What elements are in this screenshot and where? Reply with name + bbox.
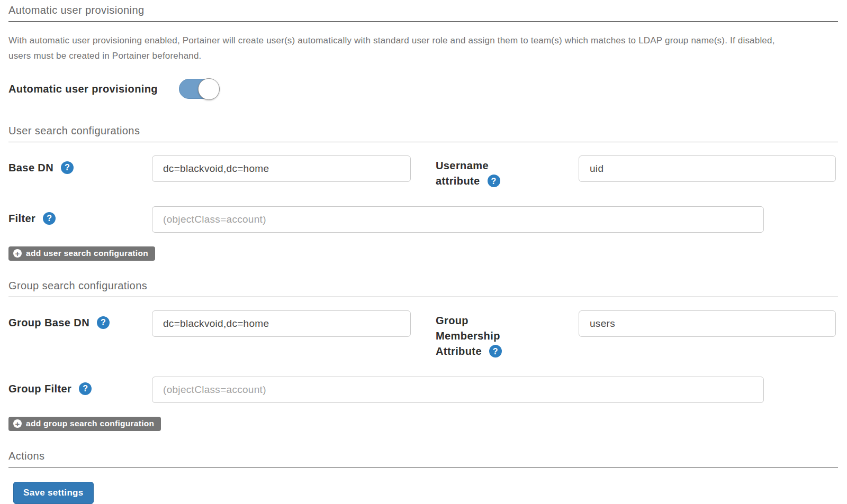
group-membership-attribute-input[interactable]: [579, 310, 836, 337]
auto-provisioning-description: With automatic user provisioning enabled…: [8, 33, 798, 63]
help-icon[interactable]: ?: [61, 161, 74, 174]
section-title-user-search: User search configurations: [8, 125, 838, 142]
help-icon[interactable]: ?: [489, 345, 502, 358]
section-automatic-user-provisioning: Automatic user provisioning With automat…: [8, 4, 838, 99]
help-icon[interactable]: ?: [43, 212, 56, 225]
section-actions: Actions Save settings: [8, 450, 838, 504]
add-group-search-configuration-button[interactable]: + add group search configuration: [8, 417, 161, 431]
section-user-search-configurations: User search configurations Base DN ? Use…: [8, 125, 838, 261]
row-base-dn-username: Base DN ? Username attribute ?: [8, 155, 838, 189]
base-dn-input[interactable]: [152, 155, 411, 182]
username-attribute-input[interactable]: [579, 155, 836, 182]
base-dn-label: Base DN ?: [8, 155, 152, 175]
plus-circle-icon: +: [13, 419, 22, 428]
row-group-filter: Group Filter ?: [8, 377, 838, 403]
help-icon[interactable]: ?: [97, 316, 110, 329]
filter-label: Filter ?: [8, 206, 152, 226]
section-title-group-search: Group search configurations: [8, 280, 838, 297]
toggle-knob-icon: [198, 78, 220, 100]
help-icon[interactable]: ?: [488, 175, 500, 187]
section-title-automatic-user-provisioning: Automatic user provisioning: [8, 4, 838, 22]
section-group-search-configurations: Group search configurations Group Base D…: [8, 280, 838, 431]
username-attribute-label: Username attribute ?: [436, 155, 521, 189]
automatic-user-provisioning-toggle[interactable]: [179, 79, 219, 99]
plus-circle-icon: +: [13, 249, 22, 258]
group-filter-label: Group Filter ?: [8, 377, 152, 396]
row-filter: Filter ?: [8, 206, 838, 233]
group-base-dn-input[interactable]: [152, 310, 411, 337]
group-membership-attribute-label: Group Membership Attribute ?: [436, 310, 521, 359]
group-base-dn-label: Group Base DN ?: [8, 310, 152, 330]
filter-input[interactable]: [152, 206, 764, 233]
help-icon[interactable]: ?: [79, 382, 92, 395]
add-user-search-configuration-button[interactable]: + add user search configuration: [8, 246, 155, 261]
group-filter-input[interactable]: [152, 377, 764, 403]
save-settings-button[interactable]: Save settings: [13, 482, 94, 504]
auto-provisioning-toggle-row: Automatic user provisioning: [8, 79, 838, 99]
auto-provisioning-toggle-label: Automatic user provisioning: [8, 83, 158, 95]
row-group-base-dn-membership: Group Base DN ? Group Membership Attribu…: [8, 310, 838, 359]
section-title-actions: Actions: [8, 450, 838, 468]
